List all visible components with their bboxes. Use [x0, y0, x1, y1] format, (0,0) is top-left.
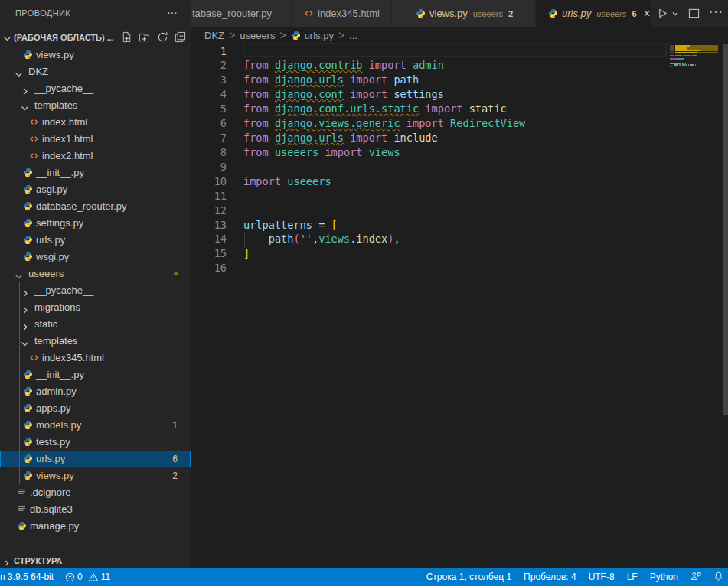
refresh-icon[interactable] [157, 31, 169, 44]
workspace-section-header[interactable]: (РАБОЧАЯ ОБЛАСТЬ) ... [0, 27, 191, 47]
tree-item--dcignore[interactable]: .dcignore [0, 484, 191, 501]
python-file-icon [23, 369, 34, 380]
tree-item-db-sqlite3[interactable]: db.sqlite3 [0, 501, 191, 518]
tree-item-label: database_roouter.py [36, 200, 127, 212]
code-line-2: 2from django.contrib import admin [191, 58, 728, 73]
tree-item-migrations[interactable]: migrations [0, 299, 191, 316]
indentation-status[interactable]: Пробелов: 4 [524, 571, 576, 582]
new-folder-icon[interactable] [139, 31, 151, 44]
error-icon [65, 572, 75, 582]
collapse-all-icon[interactable] [175, 31, 187, 44]
chevron-right-icon [21, 287, 28, 295]
code-line-5: 5from django.conf.urls.static import sta… [191, 102, 728, 116]
line-number: 15 [191, 246, 227, 261]
tree-item-manage-py[interactable]: manage.py [0, 518, 191, 535]
tab-urls-py[interactable]: urls.pyuseeers6× [536, 0, 652, 27]
python-file-icon [23, 419, 34, 431]
python-file-icon [23, 453, 34, 464]
tab-label: views.py [429, 8, 468, 19]
breadcrumb-separator: > [229, 29, 235, 41]
tab-problems-badge: 6 [632, 9, 636, 18]
tree-item--pycache-[interactable]: __pycache__ [0, 282, 191, 299]
tab-label: urls.py [562, 8, 591, 19]
breadcrumb-item[interactable]: ... [349, 30, 357, 41]
tree-item-database-roouter-py[interactable]: database_roouter.py [0, 198, 191, 215]
tree-item-asgi-py[interactable]: asgi.py [0, 181, 191, 198]
tree-item-templates[interactable]: templates [0, 333, 191, 350]
tree-item-index345-html[interactable]: index345.html [0, 350, 191, 366]
tree-item-label: models.py [36, 419, 81, 431]
language-status[interactable]: Python [650, 571, 678, 582]
outline-section-header[interactable]: СТРУКТУРА [0, 552, 191, 568]
tree-item-models-py[interactable]: models.py1 [0, 417, 191, 434]
new-file-icon[interactable] [121, 31, 133, 44]
tree-item--pycache-[interactable]: __pycache__ [0, 80, 191, 97]
explorer-header: ПРОВОДНИК ··· [0, 0, 191, 27]
python-version-status[interactable]: n 3.9.5 64-bit [0, 571, 54, 582]
explorer-title: ПРОВОДНИК [15, 8, 70, 18]
breadcrumb-item[interactable]: urls.py [291, 30, 334, 41]
error-count: 0 [77, 571, 83, 582]
tree-item-urls-py[interactable]: urls.py [0, 232, 191, 249]
tab-index345-html[interactable]: index345.html [292, 0, 392, 27]
tree-item-static[interactable]: static [0, 316, 191, 333]
tree-item-DKZ[interactable]: DKZ [0, 63, 191, 80]
python-file-icon [23, 402, 34, 414]
encoding-status[interactable]: UTF-8 [589, 571, 615, 582]
minimap[interactable] [670, 44, 723, 197]
bell-icon[interactable] [713, 571, 723, 584]
problems-badge: 6 [172, 454, 178, 464]
code-editor[interactable]: 12from django.contrib import admin3from … [191, 44, 728, 276]
tree-item-views-py[interactable]: views.py2 [0, 467, 191, 484]
tree-item-index2-html[interactable]: index2.html [0, 148, 191, 164]
python-file-icon [191, 8, 192, 21]
python-file-icon [416, 8, 426, 21]
tree-item-index-html[interactable]: index.html [0, 114, 191, 131]
tree-item-urls-py[interactable]: urls.py6 [0, 451, 191, 467]
tab-views-py[interactable]: views.pyuseeers2 [392, 0, 536, 27]
tree-item--init-py[interactable]: __init__.py [0, 164, 191, 181]
close-icon[interactable]: × [644, 8, 651, 20]
python-file-icon [291, 31, 302, 41]
tab-description: useeers [596, 9, 626, 18]
more-actions-icon[interactable]: ··· [709, 5, 723, 19]
breadcrumb-item[interactable]: useeers [240, 30, 275, 41]
tree-item-index1-html[interactable]: index1.html [0, 131, 191, 148]
breadcrumb-item[interactable]: DKZ [204, 30, 224, 41]
file-icon [17, 503, 28, 515]
scrollbar[interactable] [723, 44, 728, 415]
tree-item-useeers[interactable]: useeers● [0, 265, 191, 282]
breadcrumb-label: useeers [240, 30, 275, 41]
html-file-icon [29, 133, 41, 145]
breadcrumb[interactable]: DKZ>useeers>urls.py>... [191, 27, 728, 44]
tree-item-settings-py[interactable]: settings.py [0, 215, 191, 232]
tree-item-views-py[interactable]: views.py [0, 47, 191, 63]
tree-item-apps-py[interactable]: apps.py [0, 400, 191, 417]
chevron-right-icon [21, 85, 28, 93]
problems-status[interactable]: 0 11 [65, 571, 110, 582]
run-python-button[interactable] [657, 8, 679, 19]
tree-item-admin-py[interactable]: admin.py [0, 383, 191, 400]
tree-item-label: __pycache__ [34, 285, 93, 296]
cursor-position-status[interactable]: Строка 1, столбец 1 [426, 571, 511, 582]
line-number: 16 [191, 261, 227, 275]
python-file-icon [17, 520, 28, 532]
tree-item--init-py[interactable]: __init__.py [0, 366, 191, 383]
split-editor-button[interactable] [688, 8, 700, 19]
code-line-12: 12 [191, 203, 728, 218]
tree-item-label: manage.py [30, 520, 79, 532]
tree-item-wsgi-py[interactable]: wsgi.py [0, 249, 191, 265]
explorer-more-actions-icon[interactable]: ··· [167, 5, 178, 18]
tree-item-label: index1.html [42, 133, 93, 145]
code-line-3: 3from django.urls import path [191, 73, 728, 87]
code-line-8: 8from useeers import views [191, 145, 728, 160]
chevron-down-icon [3, 32, 11, 40]
chevron-down-icon [15, 68, 22, 76]
tree-item-templates[interactable]: templates [0, 97, 191, 114]
chevron-down-icon [21, 102, 28, 109]
feedback-icon[interactable] [690, 571, 701, 584]
tab-tabase-roouter-py[interactable]: tabase_roouter.py [191, 0, 292, 27]
eol-status[interactable]: LF [627, 571, 638, 582]
line-number: 2 [191, 58, 227, 73]
tree-item-tests-py[interactable]: tests.py [0, 434, 191, 451]
